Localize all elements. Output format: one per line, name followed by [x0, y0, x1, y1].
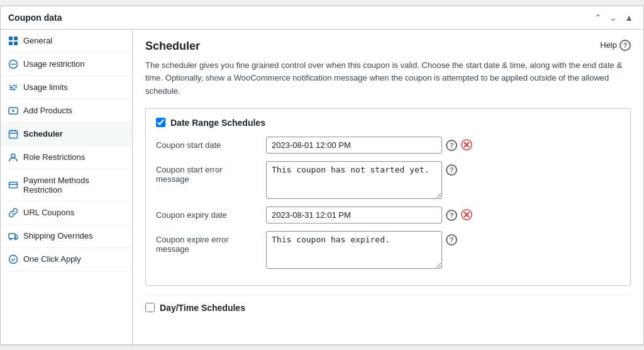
coupon-panel: Coupon data ⌃ ⌄ ▲ General — [0, 6, 644, 345]
panel-controls: ⌃ ⌄ ▲ — [592, 11, 636, 24]
svg-rect-23 — [9, 234, 15, 239]
daytime-checkbox[interactable] — [145, 303, 155, 312]
sidebar-item-one-click-apply[interactable]: One Click Apply — [1, 248, 132, 271]
scheduler-icon — [8, 129, 18, 139]
page-title: Scheduler — [145, 40, 200, 53]
sidebar-label-shipping-overrides: Shipping Overrides — [23, 231, 93, 240]
sidebar-item-payment-methods[interactable]: Payment Methods Restriction — [1, 169, 132, 201]
sidebar-label-add-products: Add Products — [23, 106, 72, 115]
role-icon — [8, 152, 18, 162]
expiry-date-input[interactable] — [266, 206, 442, 223]
sidebar-item-scheduler[interactable]: Scheduler — [1, 123, 132, 146]
svg-rect-3 — [14, 42, 18, 45]
svg-point-24 — [10, 238, 12, 240]
start-error-textarea[interactable]: This coupon has not started yet. — [266, 161, 442, 199]
start-error-label: Coupon start errormessage — [156, 161, 266, 184]
sidebar-item-general[interactable]: General — [1, 30, 132, 53]
scheduler-description: The scheduler gives you fine grained con… — [145, 59, 631, 98]
collapse-down-button[interactable]: ⌄ — [607, 11, 619, 24]
svg-rect-21 — [9, 182, 18, 188]
expiry-date-label: Coupon expiry date — [156, 206, 266, 220]
date-range-checkbox[interactable] — [156, 118, 165, 127]
payment-icon — [8, 180, 18, 190]
svg-rect-2 — [9, 42, 13, 45]
sidebar-label-usage-restriction: Usage restriction — [23, 59, 85, 69]
sidebar-label-general: General — [23, 36, 52, 45]
svg-point-20 — [11, 154, 15, 157]
sidebar-item-usage-restriction[interactable]: Usage restriction — [1, 53, 132, 76]
date-range-header: Date Range Schedules — [156, 118, 620, 128]
panel-header: Coupon data ⌃ ⌄ ▲ — [1, 6, 643, 30]
usage-limits-icon — [8, 82, 18, 93]
usage-restriction-icon — [8, 59, 18, 69]
sidebar-item-add-products[interactable]: Add Products — [1, 99, 132, 123]
main-header: Scheduler Help ? — [145, 40, 631, 53]
svg-rect-1 — [14, 37, 18, 40]
expire-error-help-icon[interactable]: ? — [446, 234, 457, 246]
expiry-date-clear-button[interactable] — [461, 209, 472, 220]
svg-point-25 — [15, 238, 17, 240]
sidebar-item-role-restrictions[interactable]: Role Restrictions — [1, 146, 132, 169]
help-label: Help — [600, 40, 617, 50]
start-date-label: Coupon start date — [156, 137, 266, 150]
sidebar-label-one-click-apply: One Click Apply — [23, 254, 81, 264]
daytime-header: Day/Time Schedules — [145, 303, 631, 313]
svg-point-10 — [14, 88, 16, 90]
general-icon — [8, 36, 18, 46]
expiry-date-controls: ? — [266, 206, 620, 223]
sidebar-label-payment-methods: Payment Methods Restriction — [23, 176, 125, 195]
add-products-icon — [8, 106, 18, 116]
sidebar-item-usage-limits[interactable]: Usage limits — [1, 76, 132, 99]
expire-error-controls: This coupon has expired. ? — [266, 231, 620, 269]
daytime-label[interactable]: Day/Time Schedules — [160, 303, 245, 313]
start-date-clear-button[interactable] — [461, 139, 472, 150]
collapse-up-button[interactable]: ⌃ — [592, 11, 604, 24]
expand-button[interactable]: ▲ — [622, 11, 636, 24]
start-date-help-icon[interactable]: ? — [446, 140, 457, 151]
start-date-controls: ? — [266, 137, 620, 154]
shipping-icon — [8, 231, 18, 241]
daytime-section: Day/Time Schedules — [145, 295, 631, 313]
sidebar-label-url-coupons: URL Coupons — [23, 208, 74, 217]
panel-body: General Usage restriction — [1, 30, 643, 344]
expire-error-label: Coupon expire errormessage — [156, 231, 266, 254]
start-error-row: Coupon start errormessage This coupon ha… — [156, 161, 620, 199]
start-error-help-icon[interactable]: ? — [446, 164, 457, 176]
sidebar-item-url-coupons[interactable]: URL Coupons — [1, 201, 132, 225]
svg-rect-16 — [9, 130, 18, 138]
date-range-label[interactable]: Date Range Schedules — [170, 118, 265, 128]
start-error-controls: This coupon has not started yet. ? — [266, 161, 620, 199]
help-link[interactable]: Help ? — [600, 40, 631, 51]
sidebar-item-shipping-overrides[interactable]: Shipping Overrides — [1, 225, 132, 248]
expiry-date-row: Coupon expiry date ? — [156, 206, 620, 223]
expiry-date-help-icon[interactable]: ? — [446, 210, 457, 221]
svg-point-9 — [11, 86, 13, 88]
sidebar: General Usage restriction — [1, 30, 133, 344]
date-range-section: Date Range Schedules Coupon start date ? — [145, 108, 631, 286]
panel-title: Coupon data — [8, 13, 62, 23]
sidebar-label-scheduler: Scheduler — [23, 129, 63, 138]
main-content: Scheduler Help ? The scheduler gives you… — [133, 30, 643, 344]
start-date-input[interactable] — [266, 137, 442, 154]
svg-point-26 — [9, 255, 18, 263]
svg-rect-0 — [9, 37, 13, 40]
sidebar-label-usage-limits: Usage limits — [23, 82, 68, 92]
start-date-row: Coupon start date ? — [156, 137, 620, 154]
sidebar-label-role-restrictions: Role Restrictions — [23, 152, 85, 162]
help-circle-icon: ? — [619, 40, 631, 51]
url-icon — [8, 208, 18, 218]
expire-error-row: Coupon expire errormessage This coupon h… — [156, 231, 620, 269]
expire-error-textarea[interactable]: This coupon has expired. — [266, 231, 442, 269]
oneclick-icon — [8, 254, 18, 264]
